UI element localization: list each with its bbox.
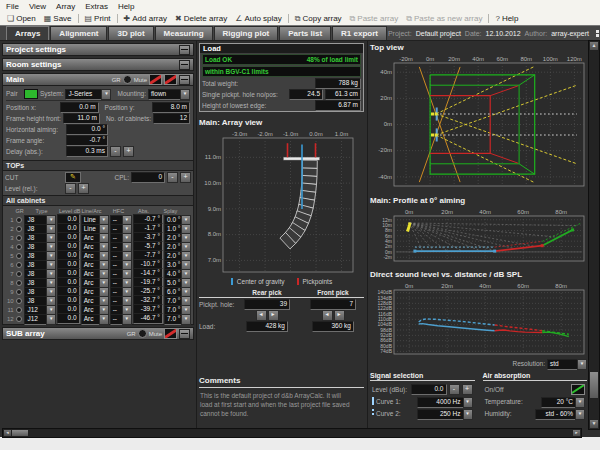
cabinet-splay-select[interactable]: 7.0 °▼ [164, 296, 191, 305]
main-array-header[interactable]: Main GR Mute [2, 73, 194, 86]
tab-arrays[interactable]: Arrays [6, 26, 49, 40]
horizontal-scroll-thumb[interactable] [11, 429, 29, 437]
rear-pick-right-button[interactable]: ► [268, 310, 279, 321]
level-dbu-field[interactable]: 0.0 [411, 384, 447, 395]
sub-mute-checkbox[interactable] [164, 328, 177, 339]
cabinet-gr-radio[interactable] [15, 316, 24, 322]
tab-r1-export[interactable]: R1 export [332, 26, 387, 40]
cut-edit-checkbox[interactable]: ✎ [65, 172, 81, 183]
main-mute-left-checkbox[interactable] [149, 74, 162, 85]
main-gr-radio[interactable] [123, 75, 132, 84]
cabinet-type-select[interactable]: J8▼ [24, 296, 56, 305]
room-settings-collapse-button[interactable] [179, 60, 190, 70]
cabinet-splay-select[interactable]: 2.0 °▼ [164, 233, 191, 242]
cabinet-type-select[interactable]: J8▼ [24, 287, 56, 296]
menu-file[interactable]: File [6, 2, 19, 11]
menu-view[interactable]: View [29, 2, 46, 11]
cabinet-gr-radio[interactable] [15, 235, 24, 241]
horizontal-aiming-field[interactable]: 0.0 ° [66, 124, 108, 135]
scroll-down-icon[interactable]: ▼ [589, 419, 599, 429]
main-collapse-button[interactable] [179, 75, 190, 85]
air-onoff-checkbox[interactable] [571, 384, 585, 395]
cabinet-type-select[interactable]: J8▼ [24, 269, 56, 278]
front-pick-left-button[interactable]: ◄ [322, 310, 333, 321]
cpl-increment-button[interactable]: + [180, 172, 191, 183]
mounting-select[interactable]: flown ▼ [148, 89, 190, 98]
cabinet-hfc-select[interactable]: --▼ [110, 287, 132, 296]
cabinet-splay-select[interactable]: 3.0 °▼ [164, 260, 191, 269]
cabinet-type-select[interactable]: J8▼ [24, 278, 56, 287]
cabinet-type-select[interactable]: J8▼ [24, 224, 56, 233]
scroll-up-icon[interactable]: ▲ [589, 41, 599, 51]
cabinet-splay-select[interactable]: 0.0 °▼ [164, 215, 191, 224]
cabinet-gr-radio[interactable] [15, 280, 24, 286]
tab-measuring[interactable]: Measuring [155, 26, 213, 40]
toolbar-save-button[interactable]: ▦Save [40, 13, 76, 25]
sub-collapse-button[interactable] [179, 329, 190, 339]
comments-text[interactable]: This is the default project of d&b Array… [200, 391, 352, 418]
resolution-select[interactable]: std ▼ [547, 359, 587, 368]
main-mute-right-checkbox[interactable] [164, 74, 177, 85]
system-select[interactable]: J-Series ▼ [65, 89, 111, 98]
cabinet-gr-radio[interactable] [15, 226, 24, 232]
cabinet-hfc-select[interactable]: --▼ [110, 269, 132, 278]
position-y-field[interactable]: 8.0 m [152, 102, 190, 113]
cabinet-hfc-select[interactable]: --▼ [110, 233, 132, 242]
cabinet-hfc-select[interactable]: --▼ [110, 224, 132, 233]
cabinet-splay-select[interactable]: 2.0 °▼ [164, 242, 191, 251]
cabinet-hfc-select[interactable]: --▼ [110, 278, 132, 287]
frame-angle-field[interactable]: -0.7 ° [66, 135, 108, 146]
cabinet-linearc-select[interactable]: Arc▼ [81, 278, 109, 287]
cabinet-gr-radio[interactable] [15, 244, 24, 250]
sub-array-header[interactable]: SUB array GR Mute [2, 327, 194, 340]
cabinet-splay-select[interactable]: 7.0 °▼ [164, 305, 191, 314]
cabinet-splay-select[interactable]: 4.0 °▼ [164, 269, 191, 278]
delay-abs-decrement-button[interactable]: - [110, 146, 121, 157]
cabinet-linearc-select[interactable]: Arc▼ [81, 260, 109, 269]
tab-alignment[interactable]: Alignment [50, 26, 107, 40]
cpl-field[interactable]: 0 [131, 172, 165, 183]
top-view-chart[interactable]: -20m0m20m40m60m80m100m120m40m20m0m-20m-4… [370, 54, 588, 190]
project-settings-collapse-button[interactable] [179, 45, 190, 55]
cabinet-linearc-select[interactable]: Line▼ [81, 224, 109, 233]
level-dbu-decrement-button[interactable]: - [449, 384, 460, 395]
toolbar-add-array-button[interactable]: ✚Add array [120, 13, 171, 25]
cabinet-splay-select[interactable]: 6.0 °▼ [164, 287, 191, 296]
humidity-select[interactable]: std - 60% ▼ [535, 409, 585, 418]
pair-color-swatch[interactable] [24, 89, 38, 99]
rear-pick-left-button[interactable]: ◄ [256, 310, 267, 321]
cabinet-splay-select[interactable]: 5.0 °▼ [164, 278, 191, 287]
delay-abs-increment-button[interactable]: + [123, 146, 134, 157]
horizontal-scrollbar[interactable]: ◄ ► [2, 428, 582, 438]
cabinet-abs-angle-field[interactable]: -46.7 ° [133, 313, 163, 324]
scroll-right-icon[interactable]: ► [572, 429, 581, 437]
temperature-select[interactable]: 20 °C ▼ [541, 397, 585, 406]
cabinet-type-select[interactable]: J8▼ [24, 215, 56, 224]
project-settings-header[interactable]: Project settings [2, 43, 194, 56]
cabinet-gr-radio[interactable] [15, 217, 24, 223]
cabinet-hfc-select[interactable]: --▼ [110, 296, 132, 305]
tab-3d-plot[interactable]: 3D plot [108, 26, 153, 40]
cabinet-hfc-select[interactable]: --▼ [110, 242, 132, 251]
tab-parts-list[interactable]: Parts list [279, 26, 331, 40]
vertical-scrollbar[interactable]: ▲ ▼ [588, 40, 600, 430]
cabinet-type-select[interactable]: J8▼ [24, 251, 56, 260]
cabinet-linearc-select[interactable]: Arc▼ [81, 242, 109, 251]
cabinet-linearc-select[interactable]: Arc▼ [81, 314, 109, 323]
front-pick-right-button[interactable]: ► [334, 310, 345, 321]
toolbar-copy-array-button[interactable]: ⧉Copy array [291, 13, 346, 25]
cabinet-linearc-select[interactable]: Line▼ [81, 215, 109, 224]
cabinet-linearc-select[interactable]: Arc▼ [81, 287, 109, 296]
cabinet-gr-radio[interactable] [15, 253, 24, 259]
cabinet-splay-select[interactable]: 7.0 °▼ [164, 314, 191, 323]
cabinet-gr-radio[interactable] [15, 271, 24, 277]
curve2-select[interactable]: 250 Hz ▼ [417, 409, 473, 418]
position-x-field[interactable]: 0.0 m [60, 102, 98, 113]
cabinet-hfc-select[interactable]: --▼ [110, 260, 132, 269]
vertical-scroll-thumb[interactable] [589, 371, 599, 399]
cabinet-hfc-select[interactable]: --▼ [110, 305, 132, 314]
cabinet-type-select[interactable]: J12▼ [24, 314, 56, 323]
tab-rigging-plot[interactable]: Rigging plot [214, 26, 279, 40]
cabinet-linearc-select[interactable]: Arc▼ [81, 251, 109, 260]
delay-abs-field[interactable]: 0.3 ms [66, 146, 108, 157]
